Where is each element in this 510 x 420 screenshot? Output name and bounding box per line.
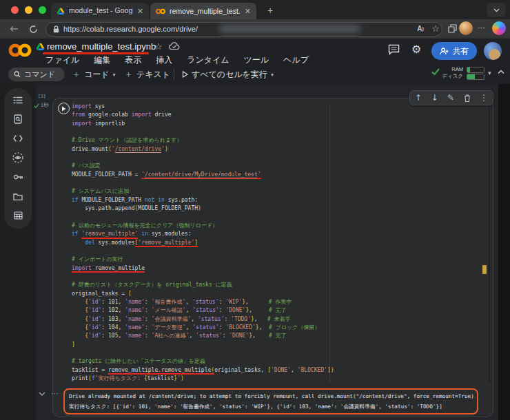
google-drive-favicon-icon bbox=[57, 8, 65, 15]
browser-tab-strip: module_test - Google ドライブ ✕ remove_multi… bbox=[0, 0, 510, 19]
search-icon bbox=[14, 71, 21, 78]
window-close-button[interactable] bbox=[11, 6, 19, 14]
edit-cell-icon[interactable]: ✎ bbox=[447, 94, 454, 102]
menu-item-file[interactable]: ファイル bbox=[45, 54, 79, 66]
share-label: 共有 bbox=[453, 45, 469, 57]
move-cell-down-icon[interactable]: ↓ bbox=[431, 94, 438, 102]
settings-gear-icon[interactable]: ⚙ bbox=[411, 43, 421, 56]
tab-close-icon[interactable]: ✕ bbox=[137, 8, 143, 15]
code-lines[interactable]: import sysfrom google.colab import drive… bbox=[72, 103, 327, 383]
editor-boundary-line bbox=[329, 103, 330, 383]
ram-label: RAM bbox=[445, 66, 463, 72]
add-text-label: テキスト bbox=[136, 69, 170, 81]
window-zoom-button[interactable] bbox=[39, 6, 46, 14]
right-scroll-gutter[interactable] bbox=[498, 84, 510, 420]
ram-usage-bar[interactable] bbox=[467, 67, 484, 73]
sidebar-item-snippets[interactable] bbox=[9, 129, 27, 147]
star-notebook-icon[interactable]: ☆ bbox=[154, 41, 163, 52]
command-label: コマンド bbox=[24, 70, 55, 80]
read-aloud-icon[interactable]: A) bbox=[415, 23, 426, 34]
variables-eye-icon bbox=[12, 152, 23, 163]
delete-cell-icon[interactable] bbox=[464, 94, 471, 102]
screen: module_test - Google ドライブ ✕ remove_multi… bbox=[0, 0, 510, 420]
output-lines: Drive already mounted at /content/drive;… bbox=[69, 391, 476, 412]
secrets-key-icon bbox=[13, 174, 23, 180]
command-palette-button[interactable]: コマンド bbox=[8, 67, 65, 81]
url-text: https://colab.research.google.com/drive/ bbox=[63, 25, 198, 33]
tab-list-chevron-button[interactable] bbox=[487, 3, 506, 17]
cell-toolbar: ↑ ↓ ✎ ⋮ bbox=[409, 90, 493, 105]
notebook-title[interactable]: remove_multiple_test.ipynb bbox=[47, 41, 156, 52]
execution-count: [3] bbox=[38, 94, 46, 99]
chevron-down-icon: ▾ bbox=[271, 72, 274, 78]
collections-icon[interactable] bbox=[447, 23, 458, 34]
find-and-replace-icon bbox=[14, 114, 22, 124]
collapse-toolbar-icon[interactable] bbox=[498, 70, 504, 74]
sidebar-item-data-table[interactable] bbox=[9, 207, 27, 224]
cell-scrollbar[interactable] bbox=[489, 103, 490, 383]
plus-icon: ＋ bbox=[124, 68, 133, 81]
add-text-button[interactable]: ＋ テキスト bbox=[124, 67, 170, 81]
browser-tab-colab-active[interactable]: remove_multiple_test.ipynb - Co ✕ bbox=[150, 3, 256, 19]
new-tab-button[interactable]: + bbox=[263, 3, 277, 17]
cell-more-icon[interactable]: ⋮ bbox=[480, 94, 488, 102]
menu-item-view[interactable]: 表示 bbox=[125, 54, 141, 66]
menu-item-help[interactable]: ヘルプ bbox=[283, 54, 309, 66]
comment-icon[interactable] bbox=[388, 44, 400, 55]
run-all-play-icon bbox=[182, 71, 188, 78]
copilot-icon[interactable] bbox=[492, 21, 506, 35]
browser-more-icon[interactable]: ⋯ bbox=[477, 22, 487, 33]
browser-profile-avatar[interactable] bbox=[459, 21, 473, 35]
menu-item-insert[interactable]: 挿入 bbox=[156, 54, 172, 66]
run-cell-button[interactable] bbox=[58, 103, 70, 114]
play-icon bbox=[61, 106, 66, 112]
cloud-saved-icon[interactable] bbox=[169, 42, 180, 50]
output-more-icon[interactable]: ⋯ bbox=[51, 389, 59, 398]
sidebar-item-toc[interactable] bbox=[9, 91, 27, 109]
add-code-button[interactable]: ＋ コード ▾ bbox=[72, 67, 116, 81]
disk-usage-bar[interactable] bbox=[467, 74, 484, 80]
chevron-down-icon: ▾ bbox=[113, 72, 116, 78]
files-folder-icon bbox=[13, 193, 23, 200]
back-icon[interactable] bbox=[8, 24, 19, 34]
add-code-label: コード bbox=[84, 69, 110, 81]
execution-time: 1秒 bbox=[34, 102, 49, 109]
sidebar-item-variables[interactable] bbox=[9, 149, 27, 167]
data-table-icon bbox=[14, 211, 23, 220]
profile-avatar[interactable] bbox=[484, 42, 502, 60]
sidebar-item-secrets[interactable] bbox=[9, 168, 27, 186]
tab-close-icon[interactable]: ✕ bbox=[245, 8, 251, 15]
colab-logo[interactable] bbox=[8, 42, 32, 59]
url-blurred-segment bbox=[219, 25, 360, 33]
sidebar-item-files[interactable] bbox=[9, 187, 27, 205]
plus-icon: ＋ bbox=[72, 68, 81, 81]
table-of-contents-icon bbox=[13, 96, 23, 104]
menu-item-tools[interactable]: ツール bbox=[244, 54, 269, 66]
share-button[interactable]: 共有 bbox=[431, 42, 477, 60]
sidebar-item-find[interactable] bbox=[9, 110, 27, 128]
menu-item-runtime[interactable]: ランタイム bbox=[187, 54, 229, 66]
refresh-icon[interactable] bbox=[28, 23, 39, 34]
favorite-star-icon[interactable]: ☆ bbox=[430, 23, 441, 34]
run-all-label: すべてのセルを実行 bbox=[192, 69, 267, 81]
window-minimize-button[interactable] bbox=[25, 6, 32, 14]
resources-chevron-icon[interactable]: ▾ bbox=[488, 70, 491, 76]
scrollbar-marker bbox=[482, 265, 487, 274]
colab-favicon-icon bbox=[156, 8, 165, 14]
lock-icon bbox=[53, 25, 59, 33]
run-all-button[interactable]: すべてのセルを実行 ▾ bbox=[182, 67, 274, 81]
toolbar-divider bbox=[174, 69, 174, 80]
code-snippets-icon bbox=[13, 135, 23, 142]
share-people-icon bbox=[440, 48, 449, 55]
connected-check-icon bbox=[431, 68, 440, 75]
menu-item-edit[interactable]: 編集 bbox=[94, 54, 110, 66]
move-cell-up-icon[interactable]: ↑ bbox=[415, 94, 422, 102]
tab-title: module_test - Google ドライブ bbox=[69, 6, 133, 16]
collapse-output-icon[interactable] bbox=[39, 392, 45, 396]
disk-label: ディスク bbox=[441, 73, 463, 79]
tab-title: remove_multiple_test.ipynb - Co bbox=[170, 7, 241, 15]
menu-bar: ファイル 編集 表示 挿入 ランタイム ツール ヘルプ bbox=[45, 54, 323, 66]
browser-tab-drive[interactable]: module_test - Google ドライブ ✕ bbox=[51, 3, 149, 19]
drive-file-icon bbox=[36, 43, 45, 51]
